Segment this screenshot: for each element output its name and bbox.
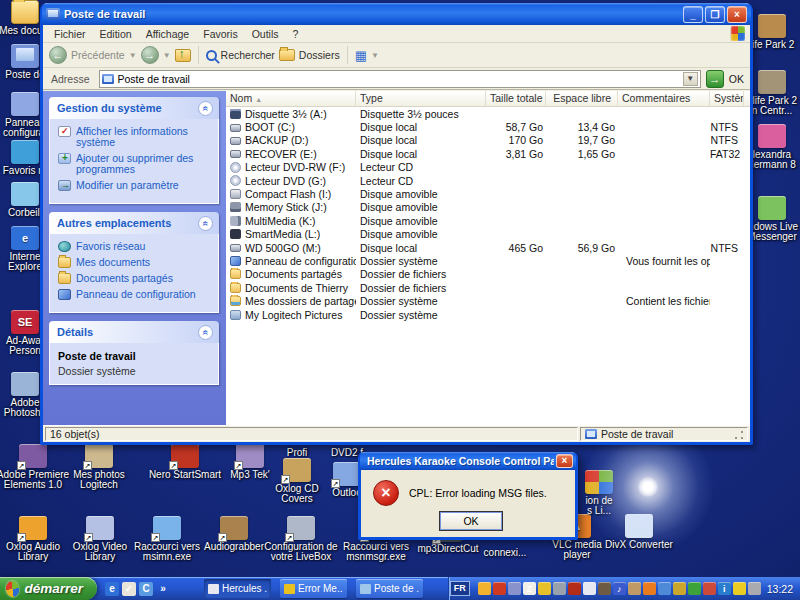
address-input[interactable]: Poste de travail ▼ bbox=[99, 70, 701, 88]
search-icon[interactable] bbox=[206, 50, 217, 61]
tray-icon[interactable] bbox=[598, 582, 611, 595]
file-row[interactable]: RECOVER (E:) Disque local 3,81 Go 1,65 G… bbox=[226, 147, 750, 160]
menu-item[interactable]: Affichage bbox=[139, 28, 197, 40]
tray-icon[interactable]: Z bbox=[523, 582, 536, 595]
tray-icon[interactable] bbox=[568, 582, 581, 595]
collapse-chevron-icon[interactable]: « bbox=[198, 216, 213, 231]
taskbar-task-error-message[interactable]: Error Me... bbox=[280, 579, 347, 598]
folders-button-label[interactable]: Dossiers bbox=[299, 49, 340, 61]
tray-icon[interactable] bbox=[538, 582, 551, 595]
collapse-chevron-icon[interactable]: « bbox=[198, 325, 213, 340]
file-row[interactable]: Compact Flash (I:) Disque amovible bbox=[226, 187, 750, 200]
dialog-close-button[interactable]: × bbox=[556, 454, 573, 468]
desktop-icon-image bbox=[758, 124, 786, 148]
tray-icon[interactable] bbox=[688, 582, 701, 595]
task-link[interactable]: Ajouter ou supprimer des programmes bbox=[58, 153, 214, 175]
column-header[interactable]: Commentaires bbox=[618, 91, 710, 106]
place-link[interactable]: Documents partagés bbox=[58, 273, 214, 284]
file-row[interactable]: BOOT (C:) Disque local 58,7 Go 13,4 Go N… bbox=[226, 120, 750, 133]
menu-item[interactable]: Fichier bbox=[47, 28, 93, 40]
tray-icon[interactable] bbox=[748, 582, 761, 595]
menu-item[interactable]: Outils bbox=[245, 28, 286, 40]
file-row[interactable]: Documents partagés Dossier de fichiers bbox=[226, 268, 750, 281]
quick-launch-overflow-chevron[interactable]: » bbox=[156, 582, 170, 596]
column-header[interactable]: Type bbox=[356, 91, 486, 106]
file-row[interactable]: Documents de Thierry Dossier de fichiers bbox=[226, 281, 750, 294]
file-row[interactable]: Mes dossiers de partage Dossier système … bbox=[226, 294, 750, 307]
desktop-icon-nero-startsmart[interactable]: ↗ Nero StartSmart bbox=[146, 444, 224, 480]
tray-icon[interactable] bbox=[673, 582, 686, 595]
column-header[interactable]: Nom▲ bbox=[226, 91, 356, 106]
desktop-icon-mes-photos-logitech[interactable]: ↗ Mes photos Logitech bbox=[60, 444, 138, 490]
tray-icon[interactable] bbox=[643, 582, 656, 595]
column-header[interactable]: Espace libre bbox=[546, 91, 618, 106]
tray-icon[interactable] bbox=[553, 582, 566, 595]
language-indicator[interactable]: FR bbox=[450, 581, 470, 596]
window-titlebar[interactable]: Poste de travail _ ❐ × bbox=[42, 3, 751, 25]
tray-icon[interactable] bbox=[733, 582, 746, 595]
close-button[interactable]: × bbox=[727, 6, 747, 23]
tray-icon[interactable] bbox=[508, 582, 521, 595]
resize-grip[interactable] bbox=[734, 430, 743, 439]
desktop-icon-oxlog-audio-library[interactable]: ↗ Oxlog Audio Library bbox=[0, 516, 68, 562]
tray-icon[interactable] bbox=[628, 582, 641, 595]
file-row[interactable]: SmartMedia (L:) Disque amovible bbox=[226, 228, 750, 241]
quick-launch-media-icon[interactable]: C bbox=[139, 582, 153, 596]
tray-icon[interactable] bbox=[478, 582, 491, 595]
minimize-button[interactable]: _ bbox=[683, 6, 703, 23]
file-row[interactable]: WD 500GO (M:) Disque local 465 Go 56,9 G… bbox=[226, 241, 750, 254]
views-icon[interactable]: ▦ bbox=[355, 49, 367, 62]
go-button[interactable]: → bbox=[706, 70, 724, 88]
desktop-icon-audiograbber[interactable]: ↗ Audiograbber bbox=[200, 516, 268, 552]
task-link[interactable]: Afficher les informations système bbox=[58, 126, 214, 148]
forward-button-icon[interactable]: → bbox=[141, 46, 159, 64]
tray-icon[interactable] bbox=[583, 582, 596, 595]
file-row[interactable]: My Logitech Pictures Dossier système bbox=[226, 308, 750, 321]
file-row[interactable]: Disquette 3½ (A:) Disquette 3½ pouces bbox=[226, 107, 750, 120]
desktop-icon-oxlog-video-library[interactable]: ↗ Oxlog Video Library bbox=[64, 516, 136, 562]
start-button[interactable]: démarrer bbox=[0, 577, 97, 600]
item-name: Documents de Thierry bbox=[245, 282, 348, 294]
place-link[interactable]: Mes documents bbox=[58, 257, 214, 268]
back-button-icon[interactable]: ← bbox=[49, 46, 67, 64]
file-row[interactable]: Lecteur DVD (G:) Lecteur CD bbox=[226, 174, 750, 187]
quick-launch-internet-explorer-icon[interactable]: e bbox=[105, 582, 119, 596]
maximize-button[interactable]: ❐ bbox=[705, 6, 725, 23]
back-button-label[interactable]: Précédente bbox=[71, 49, 125, 61]
file-row[interactable]: BACKUP (D:) Disque local 170 Go 19,7 Go … bbox=[226, 134, 750, 147]
taskbar-task-hercules[interactable]: Hercules ... bbox=[204, 579, 271, 598]
file-row[interactable]: Lecteur DVD-RW (F:) Lecteur CD bbox=[226, 161, 750, 174]
column-header[interactable]: Taille totale bbox=[486, 91, 546, 106]
tray-icon[interactable]: ♪ bbox=[613, 582, 626, 595]
task-link[interactable]: Modifier un paramètre bbox=[58, 180, 214, 191]
collapse-chevron-icon[interactable]: « bbox=[198, 101, 213, 116]
tray-icon[interactable] bbox=[703, 582, 716, 595]
dialog-titlebar[interactable]: Hercules Karaoke Console Control Panel × bbox=[360, 452, 576, 470]
folders-icon[interactable] bbox=[279, 49, 295, 61]
desktop-icon-configuration-livebox[interactable]: ↗ Configuration de votre LiveBox bbox=[262, 516, 340, 562]
tray-icon[interactable]: i bbox=[718, 582, 731, 595]
up-folder-icon[interactable] bbox=[175, 49, 191, 62]
views-dropdown-icon[interactable]: ▼ bbox=[371, 51, 379, 60]
file-row[interactable]: MultiMedia (K:) Disque amovible bbox=[226, 214, 750, 227]
taskbar-task-poste-de-travail[interactable]: Poste de ... bbox=[356, 579, 423, 598]
desktop-icon-divx-converter[interactable]: DivX Converter bbox=[602, 514, 676, 550]
forward-dropdown-icon[interactable]: ▼ bbox=[163, 51, 171, 60]
desktop-icon-raccourci-msimn[interactable]: ↗ Raccourci vers msimn.exe bbox=[130, 516, 204, 562]
back-dropdown-icon[interactable]: ▼ bbox=[129, 51, 137, 60]
file-row[interactable]: Memory Stick (J:) Disque amovible bbox=[226, 201, 750, 214]
column-header[interactable]: Système bbox=[710, 91, 744, 106]
menu-item[interactable]: Favoris bbox=[196, 28, 244, 40]
place-link[interactable]: Panneau de configuration bbox=[58, 289, 214, 300]
file-row[interactable]: Panneau de configuration Dossier système… bbox=[226, 254, 750, 267]
desktop-icon-label-connexion[interactable]: connexi... bbox=[470, 548, 540, 558]
menu-item[interactable]: Edition bbox=[93, 28, 139, 40]
tray-icon[interactable] bbox=[493, 582, 506, 595]
place-link[interactable]: Favoris réseau bbox=[58, 241, 214, 252]
address-dropdown-icon[interactable]: ▼ bbox=[683, 72, 698, 86]
search-button-label[interactable]: Rechercher bbox=[221, 49, 275, 61]
ok-button[interactable]: OK bbox=[439, 511, 503, 531]
quick-launch-show-desktop-icon[interactable]: ✓ bbox=[122, 582, 136, 596]
menu-item[interactable]: ? bbox=[286, 28, 306, 40]
tray-icon[interactable] bbox=[658, 582, 671, 595]
